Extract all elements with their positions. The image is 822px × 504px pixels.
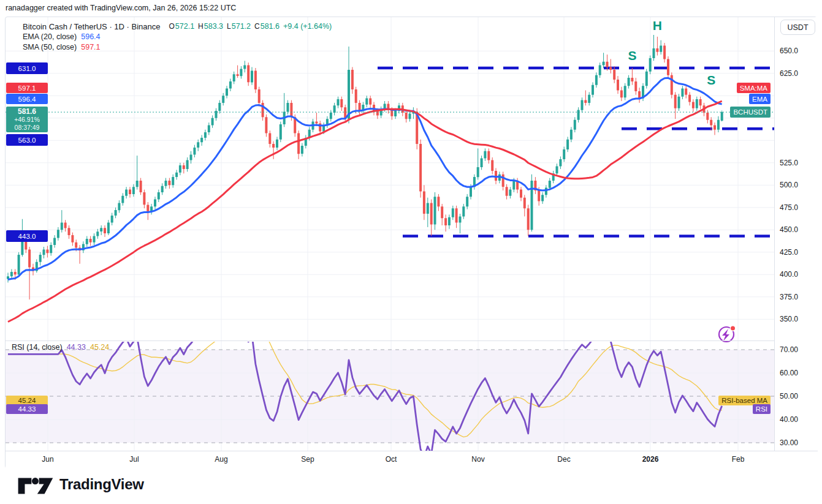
time-axis[interactable]: JunJulAugSepOctNovDec2026Feb bbox=[6, 451, 818, 469]
candle-countdown: 08:37:49 bbox=[15, 124, 40, 132]
currency-unit-button[interactable]: USDT bbox=[780, 20, 815, 35]
main-chart-plot[interactable] bbox=[6, 17, 774, 451]
support-level-badge-443: 443.0 bbox=[6, 230, 48, 242]
price-tick: 375.0 bbox=[780, 293, 798, 301]
rsi-tick: 60.00 bbox=[780, 369, 798, 377]
rsi-tick: 40.00 bbox=[780, 415, 798, 424]
brand-name: TradingView bbox=[59, 476, 144, 493]
price-tick: 350.0 bbox=[780, 315, 798, 323]
rsi-tick: 30.00 bbox=[780, 438, 798, 447]
price-tick: 450.0 bbox=[780, 225, 798, 234]
attribution-text: ranadagger created with TradingView.com,… bbox=[6, 4, 236, 12]
symbol-title: Bitcoin Cash / TetherUS · 1D · Binance bbox=[23, 22, 160, 31]
tradingview-logo-icon bbox=[16, 474, 54, 495]
month-label: Dec bbox=[557, 455, 570, 464]
pane-separator[interactable] bbox=[6, 340, 818, 341]
lightning-circle-icon[interactable] bbox=[719, 326, 736, 342]
month-label: Feb bbox=[732, 455, 745, 464]
rsi-ma-value: 45.24 bbox=[90, 343, 109, 352]
ohlc-high-value: 583.3 bbox=[204, 22, 223, 31]
price-axis[interactable]: USDT 650.0625.0525.0500.0475.0450.0425.0… bbox=[775, 17, 818, 451]
month-label: 2026 bbox=[642, 455, 659, 464]
chart-frame: Bitcoin Cash / TetherUS · 1D · Binance O… bbox=[5, 17, 817, 468]
ohlc-low-label: L bbox=[227, 22, 231, 31]
rsi-axis-tag: RSI bbox=[753, 404, 771, 414]
legend-ema-row[interactable]: EMA (20, close) 596.4 bbox=[23, 32, 332, 42]
month-label: Aug bbox=[215, 455, 227, 464]
month-label: Jun bbox=[42, 455, 53, 464]
price-tick: 425.0 bbox=[780, 248, 798, 257]
rsi-label: RSI (14, close) bbox=[12, 343, 63, 352]
month-label: Nov bbox=[471, 455, 484, 464]
price-tick: 525.0 bbox=[780, 159, 798, 167]
chart-legend: Bitcoin Cash / TetherUS · 1D · Binance O… bbox=[23, 21, 332, 52]
legend-rsi-row[interactable]: RSI (14, close) 44.33 45.24 bbox=[12, 342, 109, 352]
price-tick: 625.0 bbox=[780, 69, 798, 78]
tradingview-chart-page: ranadagger created with TradingView.com,… bbox=[0, 0, 822, 504]
ohlc-open-value: 572.1 bbox=[175, 22, 194, 31]
ema-label: EMA (20, close) bbox=[23, 32, 77, 41]
ohlc-close-value: 581.6 bbox=[261, 22, 280, 31]
down-candle-bodies bbox=[14, 46, 716, 275]
shoulder-label: S bbox=[707, 73, 715, 88]
support-level-badge-563: 563.0 bbox=[6, 134, 48, 146]
legend-symbol-row[interactable]: Bitcoin Cash / TetherUS · 1D · Binance O… bbox=[23, 21, 332, 31]
price-tick: 650.0 bbox=[780, 47, 798, 55]
last-price-badge: 581.6 +46.91% 08:37:49 bbox=[6, 107, 48, 132]
ohlc-open-label: O bbox=[169, 22, 174, 31]
ohlc-change-value: +9.4 (+1.64%) bbox=[283, 22, 332, 31]
ohlc-high-label: H bbox=[198, 22, 204, 31]
footer-branding[interactable]: TradingView bbox=[16, 474, 144, 495]
sma-value: 597.1 bbox=[81, 43, 100, 51]
sma-label: SMA (50, close) bbox=[23, 43, 77, 51]
last-price-change: +46.91% bbox=[14, 116, 40, 124]
month-label: Oct bbox=[386, 455, 397, 464]
rsi-tick: 50.00 bbox=[780, 392, 798, 401]
shoulder-label: S bbox=[628, 48, 636, 63]
ema-axis-tag: EMA bbox=[749, 94, 771, 104]
rsi-legend: RSI (14, close) 44.33 45.24 bbox=[12, 342, 109, 352]
ema-axis-value-badge: 596.4 bbox=[6, 94, 48, 104]
ohlc-low-value: 571.2 bbox=[232, 22, 251, 31]
rsi-value: 44.33 bbox=[67, 343, 86, 352]
price-tick: 475.0 bbox=[780, 203, 798, 212]
ema-value: 596.4 bbox=[81, 32, 100, 41]
month-label: Sep bbox=[301, 455, 314, 464]
sma-axis-value-badge: 597.1 bbox=[6, 83, 48, 93]
ema-line bbox=[8, 78, 722, 279]
ohlc-close-label: C bbox=[254, 22, 260, 31]
resistance-level-badge-631: 631.0 bbox=[6, 62, 48, 74]
legend-sma-row[interactable]: SMA (50, close) 597.1 bbox=[23, 42, 332, 52]
price-tick: 500.0 bbox=[780, 181, 798, 189]
rsi-axis-value-badge: 44.33 bbox=[6, 404, 48, 414]
head-label: H bbox=[653, 18, 662, 33]
main-chart-svg[interactable] bbox=[6, 17, 774, 451]
rsi-tick: 70.00 bbox=[780, 345, 798, 354]
sma-axis-tag: SMA:MA bbox=[737, 83, 771, 93]
symbol-axis-tag: BCHUSDT bbox=[730, 107, 771, 118]
month-label: Jul bbox=[129, 455, 139, 464]
last-price-value: 581.6 bbox=[18, 108, 36, 116]
price-tick: 400.0 bbox=[780, 270, 798, 279]
